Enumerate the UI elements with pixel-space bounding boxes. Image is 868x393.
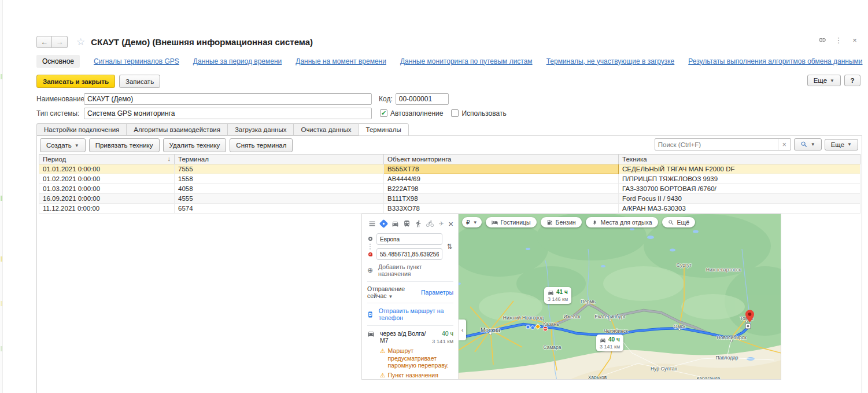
create-button[interactable]: Создать▼ <box>40 138 86 152</box>
back-button[interactable]: ← <box>36 36 52 48</box>
cell-vehicle[interactable]: ГАЗ-330700 БОРТОВАЯ /6760/ <box>619 184 860 194</box>
column-object[interactable]: Объект мониторинга <box>384 155 619 164</box>
chip-hotels[interactable]: Гостиницы <box>486 217 537 227</box>
table-row[interactable]: 11.12.2021 0:00:00 6574 В333ХО78 А/КРАН … <box>39 204 860 214</box>
chip-gas[interactable]: Бензин <box>541 217 582 227</box>
map-city-label: Нижневартовск <box>706 267 741 273</box>
forward-button[interactable]: → <box>52 36 68 48</box>
tab-data-cleanup[interactable]: Очистка данных <box>293 123 358 135</box>
bind-vehicle-button[interactable]: Привязать технику <box>89 138 160 152</box>
tab-terminals[interactable]: Терминалы <box>359 123 409 136</box>
send-to-phone-label: Отправить маршрут на телефон <box>379 307 453 321</box>
tab-exchange-algorithms[interactable]: Алгоритмы взаимодействия <box>126 123 227 135</box>
use-checkbox[interactable]: Использовать <box>451 109 506 117</box>
route-warning: ⚠Пункт назначения находится в другом час… <box>380 372 453 379</box>
route-via: через а/д Волга/М7 <box>380 330 427 345</box>
save-button[interactable]: Записать <box>119 75 160 88</box>
more-dots-icon[interactable]: ⋮ <box>834 36 843 44</box>
destination-pin-icon <box>745 310 754 325</box>
tab-excluded-terminals[interactable]: Терминалы, не участвующие в загрузке <box>546 57 675 65</box>
search-button[interactable]: ▼ <box>794 138 822 150</box>
link-icon[interactable] <box>818 36 826 44</box>
tab-data-loading[interactable]: Загрузка данных <box>227 123 294 135</box>
form-more-button[interactable]: Еще▼ <box>807 75 841 86</box>
autofill-checkbox[interactable]: ✔ Автозаполнение <box>380 109 443 117</box>
collapse-panel-button[interactable]: ‹ <box>459 319 466 340</box>
route-bubble-main[interactable]: 40 ч 3 141 км <box>596 335 623 351</box>
table-row[interactable]: 01.01.2021 0:00:00 7555 В555ХТ78 СЕДЕЛЬН… <box>39 164 860 174</box>
tab-moment-data[interactable]: Данные на момент времени <box>296 57 386 65</box>
tab-main[interactable]: Основное <box>36 55 80 68</box>
cell-terminal[interactable]: 4058 <box>175 184 384 194</box>
map-canvas[interactable]: МоскваНижний НовгородКазаньСамараИжевскП… <box>459 214 781 379</box>
origin-input[interactable] <box>376 233 442 245</box>
name-field[interactable] <box>84 93 372 105</box>
route-option-1[interactable]: через а/д Волга/М7 40 ч 3 141 км ⚠Маршру… <box>367 326 453 379</box>
tab-waybill-monitoring[interactable]: Данные мониторинга по путевым листам <box>400 57 533 65</box>
menu-icon[interactable] <box>367 219 376 228</box>
cell-period[interactable]: 01.01.2021 0:00:00 <box>39 164 175 174</box>
tab-exchange-results[interactable]: Результаты выполнения алгоритмов обмена … <box>688 57 862 65</box>
code-field[interactable] <box>396 93 449 105</box>
system-type-field[interactable] <box>84 108 372 119</box>
route-warning: ⚠Маршрут предусматривает паромную перепр… <box>380 347 453 369</box>
column-vehicle[interactable]: Техника <box>619 155 860 164</box>
departure-select[interactable]: Отправление сейчас▼ <box>367 285 421 299</box>
car-icon <box>367 330 375 345</box>
cell-object[interactable]: В111ТХ98 <box>384 194 619 204</box>
bike-mode-icon[interactable] <box>425 219 434 228</box>
cell-terminal[interactable]: 6574 <box>175 204 384 214</box>
detach-terminal-button[interactable]: Снять терминал <box>230 138 293 152</box>
cell-object[interactable]: АВ4444/69 <box>384 174 619 184</box>
cell-object[interactable]: В555ХТ78 <box>384 164 619 174</box>
cell-period[interactable]: 01.03.2021 0:00:00 <box>39 184 175 194</box>
walk-mode-icon[interactable] <box>413 219 423 228</box>
cell-vehicle[interactable]: П/ПРИЦЕП ТЯЖЕЛОВОЗ 9939 <box>619 174 860 184</box>
table-row[interactable]: 01.03.2021 0:00:00 4058 В222АТ98 ГАЗ-330… <box>39 184 860 194</box>
transit-mode-icon[interactable] <box>402 219 411 228</box>
cell-vehicle[interactable]: Ford Focus II / 9430 <box>619 194 860 204</box>
search-icon <box>800 141 808 148</box>
list-more-button[interactable]: Еще▼ <box>825 139 858 150</box>
route-mode-icon[interactable] <box>379 219 388 228</box>
tab-period-data[interactable]: Данные за период времени <box>193 57 282 65</box>
favorite-star-icon[interactable]: ☆ <box>76 37 85 47</box>
save-and-close-button[interactable]: Записать и закрыть <box>36 75 115 88</box>
tab-connection-settings[interactable]: Настройки подключения <box>36 123 126 135</box>
add-destination-label: Добавить пункт назначения <box>378 263 453 277</box>
delete-vehicle-button[interactable]: Удалить технику <box>163 138 227 152</box>
cell-terminal[interactable]: 7555 <box>175 164 384 174</box>
chip-fuel-price[interactable]: ₽▼ <box>462 217 482 227</box>
swap-waypoints-icon[interactable]: ⇅ <box>446 233 453 260</box>
chip-more[interactable]: Ещё <box>662 217 695 227</box>
cell-period[interactable]: 11.12.2021 0:00:00 <box>39 204 175 214</box>
cell-object[interactable]: В333ХО78 <box>384 204 619 214</box>
plane-mode-icon[interactable]: ✈ <box>437 219 446 228</box>
close-window-icon[interactable]: × <box>851 36 859 44</box>
car-mode-icon[interactable] <box>390 219 400 228</box>
cell-vehicle[interactable]: СЕДЕЛЬНЫЙ ТЯГАЧ MAN F2000 DF <box>619 164 860 174</box>
route-options-link[interactable]: Параметры <box>421 289 453 296</box>
column-period[interactable]: Период↓ <box>39 155 175 164</box>
close-directions-icon[interactable]: × <box>448 219 453 229</box>
map-city-label: Новосибирск <box>716 335 746 340</box>
cell-terminal[interactable]: 4555 <box>175 194 384 204</box>
route-bubble-alt[interactable]: 41 ч 3 146 км <box>544 287 571 304</box>
cell-period[interactable]: 01.02.2021 0:00:00 <box>39 174 175 184</box>
tab-gps-signals[interactable]: Сигналы терминалов GPS <box>94 57 179 65</box>
destination-input[interactable] <box>376 248 442 260</box>
column-terminal[interactable]: Терминал <box>175 155 384 164</box>
add-destination-button[interactable]: ⊕ Добавить пункт назначения <box>367 260 453 281</box>
table-row[interactable]: 01.02.2021 0:00:00 1558 АВ4444/69 П/ПРИЦ… <box>39 174 860 184</box>
table-row[interactable]: 16.09.2021 0:00:00 4555 В111ТХ98 Ford Fo… <box>39 194 860 204</box>
chip-rest-areas[interactable]: Места для отдыха <box>586 217 658 227</box>
send-to-phone-button[interactable]: Отправить маршрут на телефон <box>367 303 453 326</box>
map-city-label: Нур-Султан <box>651 366 677 372</box>
cell-terminal[interactable]: 1558 <box>175 174 384 184</box>
cell-period[interactable]: 16.09.2021 0:00:00 <box>39 194 175 204</box>
cell-object[interactable]: В222АТ98 <box>384 184 619 194</box>
clear-search-icon[interactable]: × <box>778 139 791 150</box>
cell-vehicle[interactable]: А/КРАН МАЗ-630303 <box>619 204 860 214</box>
search-input[interactable] <box>655 139 778 149</box>
help-button[interactable]: ? <box>844 75 860 86</box>
